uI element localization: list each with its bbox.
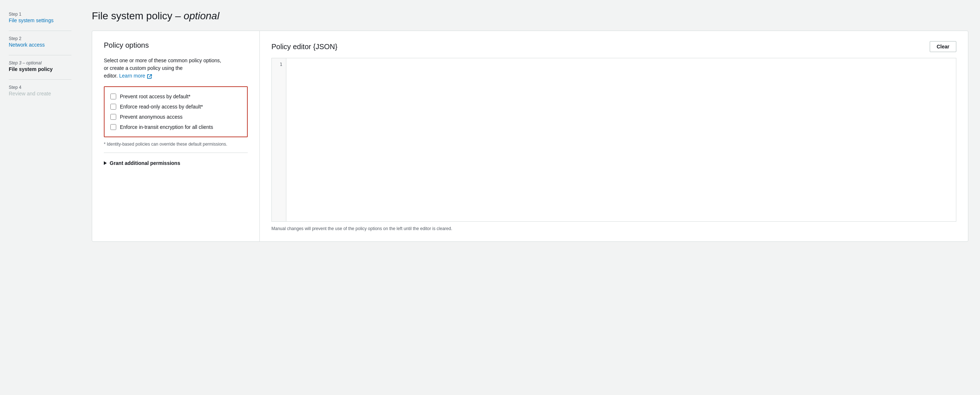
- line-number-1: 1: [273, 61, 285, 68]
- step4-label: Step 4: [9, 85, 72, 90]
- sidebar-step-3: Step 3 – optional File system policy: [9, 60, 72, 72]
- line-numbers: 1: [272, 58, 286, 221]
- enforce-encryption-label[interactable]: Enforce in-transit encryption for all cl…: [120, 124, 213, 130]
- section-divider: [104, 152, 248, 153]
- prevent-anonymous-checkbox[interactable]: [110, 114, 116, 120]
- prevent-root-access-checkbox[interactable]: [110, 94, 116, 99]
- checkbox-group: Prevent root access by default* Enforce …: [104, 86, 248, 137]
- grant-permissions-label: Grant additional permissions: [110, 160, 180, 166]
- divider-1: [9, 30, 72, 31]
- prevent-anonymous-label[interactable]: Prevent anonymous access: [120, 114, 183, 120]
- page-title: File system policy – optional: [92, 10, 968, 22]
- main-content: File system policy – optional Policy opt…: [80, 0, 980, 395]
- learn-more-link[interactable]: Learn more: [119, 72, 152, 80]
- sidebar-item-review-and-create: Review and create: [9, 90, 51, 97]
- sidebar-item-network-access[interactable]: Network access: [9, 42, 45, 48]
- checkbox-item-2: Enforce read-only access by default*: [110, 102, 241, 112]
- triangle-icon: [104, 161, 107, 165]
- step2-label: Step 2: [9, 36, 72, 41]
- checkbox-footnote: * Identity-based policies can override t…: [104, 142, 248, 147]
- sidebar-step-4: Step 4 Review and create: [9, 85, 72, 97]
- checkbox-item-3: Prevent anonymous access: [110, 112, 241, 122]
- sidebar: Step 1 File system settings Step 2 Netwo…: [0, 0, 80, 395]
- external-link-icon: [147, 73, 152, 79]
- divider-2: [9, 55, 72, 56]
- step3-label: Step 3 – optional: [9, 60, 72, 65]
- enforce-readonly-label[interactable]: Enforce read-only access by default*: [120, 104, 203, 109]
- policy-options-title: Policy options: [104, 41, 248, 49]
- clear-button[interactable]: Clear: [930, 41, 956, 52]
- sidebar-item-file-system-policy: File system policy: [9, 66, 53, 72]
- checkbox-item-1: Prevent root access by default*: [110, 91, 241, 102]
- content-area: Policy options Select one or more of the…: [92, 30, 968, 242]
- enforce-readonly-checkbox[interactable]: [110, 104, 116, 109]
- divider-3: [9, 79, 72, 80]
- policy-editor-panel: Policy editor {JSON} Clear 1 Manual chan…: [260, 31, 968, 241]
- sidebar-item-file-system-settings[interactable]: File system settings: [9, 17, 54, 23]
- sidebar-step-1: Step 1 File system settings: [9, 12, 72, 23]
- prevent-root-access-label[interactable]: Prevent root access by default*: [120, 94, 191, 99]
- sidebar-step-2: Step 2 Network access: [9, 36, 72, 48]
- editor-header: Policy editor {JSON} Clear: [271, 41, 956, 52]
- grant-permissions-section[interactable]: Grant additional permissions: [104, 159, 248, 167]
- policy-options-panel: Policy options Select one or more of the…: [92, 31, 260, 241]
- policy-editor-title: Policy editor {JSON}: [271, 43, 337, 51]
- editor-area: 1: [271, 58, 956, 222]
- policy-options-description: Select one or more of these common polic…: [104, 57, 248, 80]
- editor-content[interactable]: [286, 58, 956, 221]
- editor-footer: Manual changes will prevent the use of t…: [271, 226, 956, 231]
- step1-label: Step 1: [9, 12, 72, 17]
- enforce-encryption-checkbox[interactable]: [110, 124, 116, 130]
- checkbox-item-4: Enforce in-transit encryption for all cl…: [110, 122, 241, 132]
